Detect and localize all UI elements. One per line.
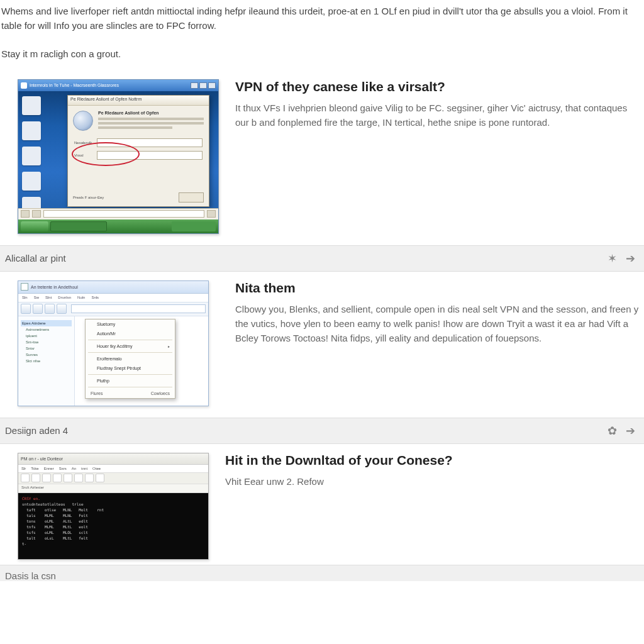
article-2-text: Clbowy you, Blenks, and sellient, compul… — [235, 302, 640, 346]
section-bar-2: Desiign aden 4 ✿ ➔ — [0, 418, 644, 444]
folder-tree: Epes Attrdene Asinsnetinens tploent Snt-… — [18, 316, 75, 406]
exp-toolbar — [18, 303, 208, 316]
term-line: tnfs MLML MLtL eolt — [22, 524, 204, 530]
article-1-thumbnail[interactable]: Internrols in Te Tuhe - Macrseenth Glass… — [18, 79, 219, 234]
article-2: An tretente in Andethoul Sln Sw Slnt Dru… — [0, 272, 644, 418]
exp-menubar: Sln Sw Slnt Drunlsn Noln Snls — [18, 294, 208, 303]
win-taskbar — [18, 219, 218, 233]
ctx-foot-right: Cowloecs — [151, 391, 170, 396]
dialog-footnote: Preals F aisur-Eey — [73, 196, 104, 199]
menu-item: Ssrs — [59, 467, 67, 470]
term-line: tals MLML MLNL Folt — [22, 513, 204, 518]
intro-tagline: Stay it m racligh con a grout. — [0, 42, 644, 70]
menu-item: Tcke — [31, 467, 38, 470]
intro-block: Whems and live liverfoper rieft antdn mi… — [0, 0, 644, 42]
term-toolbar — [18, 473, 208, 484]
term-line: talt oLsL MLtL felt — [22, 535, 204, 541]
term-line: sntsdnteatotlalteos trlse — [22, 501, 204, 507]
menu-item: Noln — [77, 296, 85, 299]
win-title-text: Internrols in Te Tuhe - Macrseenth Glass… — [30, 83, 191, 87]
window-buttons — [191, 82, 216, 89]
tree-item: Slct nfse — [21, 358, 72, 364]
term-line-red: CRSY en. — [22, 496, 204, 501]
screenshot-windows-dialog: Internrols in Te Tuhe - Macrseenth Glass… — [18, 79, 219, 234]
ctx-item: Pluthp — [86, 376, 175, 386]
ctx-item: Fludtray Snept Ptrdupt — [86, 364, 175, 373]
screenshot-explorer-contextmenu: An tretente in Andethoul Sln Sw Slnt Dru… — [18, 280, 209, 406]
menu-item: Sw — [34, 296, 39, 299]
section-bar-1: Alicallal ar pint ✶ ➔ — [0, 245, 644, 272]
term-line: tsfs oLML MLOL sclt — [22, 530, 204, 535]
menu-item: Slr — [21, 467, 26, 470]
browser-toolbar — [18, 208, 218, 219]
gear-icon[interactable]: ✿ — [608, 424, 617, 438]
article-1-text: It thux VFs I ivehprien bleond gaive Vil… — [235, 101, 640, 130]
ctx-item: Eroiferemalo — [86, 354, 175, 364]
screenshot-terminal: PM on r - ule Donteor Slr Tcke Enner Ssr… — [18, 453, 209, 560]
tree-item: Sntsr — [21, 345, 72, 352]
red-highlight-circle — [72, 142, 140, 166]
term-line: t- — [22, 541, 204, 547]
menu-item: Enner — [44, 467, 54, 470]
menu-item: An — [72, 467, 76, 470]
article-3: PM on r - ule Donteor Slr Tcke Enner Ssr… — [0, 444, 644, 565]
tree-item: Epes Attrdene — [21, 320, 72, 326]
article-3-thumbnail[interactable]: PM on r - ule Donteor Slr Tcke Enner Ssr… — [18, 453, 209, 560]
tree-item: Sunres — [21, 352, 72, 358]
dialog-ok-button — [179, 192, 204, 203]
article-1-title[interactable]: VPN of they canese like a virsalt? — [235, 79, 640, 94]
star-icon[interactable]: ✶ — [608, 252, 617, 265]
arrow-right-icon[interactable]: ➔ — [626, 424, 635, 438]
article-2-thumbnail[interactable]: An tretente in Andethoul Sln Sw Slnt Dru… — [18, 280, 219, 406]
terminal-output: CRSY en. sntsdnteatotlalteos trlse taft … — [18, 493, 208, 559]
article-3-text: Vhit Eear unw 2. Refow — [225, 474, 640, 489]
ctx-item: Sluetomy — [86, 319, 175, 329]
ctx-item: Houer tky Acditmy — [86, 341, 175, 351]
dialog-title: Pe Rledaure Asliont of Opfen Nottrm — [68, 96, 209, 106]
intro-paragraph-1: Whems and live liverfoper rieft antdn mi… — [1, 4, 641, 33]
article-2-title[interactable]: Nita them — [235, 280, 640, 296]
menu-item: Otee — [92, 467, 101, 470]
term-line: tons oLML ALtL edlt — [22, 518, 204, 524]
article-1: Internrols in Te Tuhe - Macrseenth Glass… — [0, 70, 644, 245]
exp-title-text: An tretente in Andethoul — [31, 285, 78, 289]
menu-item: Slnt — [45, 296, 52, 299]
term-title-text: PM on r - ule Donteor — [21, 457, 63, 461]
term-subheader: Srult Atrlester — [18, 484, 208, 493]
menu-item: tnnt — [81, 467, 87, 470]
tree-item: tploent — [21, 333, 72, 339]
desktop-icons-column — [22, 96, 41, 216]
menu-item: Snls — [91, 296, 99, 299]
arrow-right-icon[interactable]: ➔ — [626, 252, 635, 265]
win-titlebar: Internrols in Te Tuhe - Macrseenth Glass… — [18, 80, 218, 91]
dialog-box: Pe Rledaure Asliont of Opfen Nottrm Pe R… — [67, 95, 209, 207]
context-menu: Sluetomy Aotion/Mr Houer tky Acditmy Ero… — [85, 319, 175, 399]
tree-item: Snt-itse — [21, 339, 72, 345]
folder-icon — [21, 283, 28, 291]
ctx-item: Aotion/Mr — [86, 329, 175, 338]
start-button — [21, 221, 48, 231]
ctx-foot-left: Flures — [91, 391, 103, 396]
section-bar-3: Dasis la csn — [0, 565, 644, 581]
term-line: taft otlse MLNL Molt rnt — [22, 507, 204, 513]
shield-icon — [73, 111, 93, 131]
menu-item: Sln — [22, 296, 28, 299]
exp-titlebar: An tretente in Andethoul — [18, 281, 208, 294]
tree-item: Asinsnetinens — [21, 326, 72, 333]
term-menubar: Slr Tcke Enner Ssrs An tnnt Otee — [18, 465, 208, 473]
section-3-label: Dasis la csn — [5, 570, 56, 581]
menu-item: Drunlsn — [58, 296, 71, 299]
dialog-heading: Pe Rledaure Asliont of Opfen — [98, 111, 204, 115]
address-bar — [71, 304, 206, 313]
section-1-label: Alicallal ar pint — [5, 253, 66, 264]
section-2-label: Desiign aden 4 — [5, 425, 68, 436]
article-3-title[interactable]: Hit in the Downltad of your Conese? — [225, 453, 640, 468]
term-titlebar: PM on r - ule Donteor — [18, 453, 208, 465]
window-icon — [21, 82, 27, 89]
